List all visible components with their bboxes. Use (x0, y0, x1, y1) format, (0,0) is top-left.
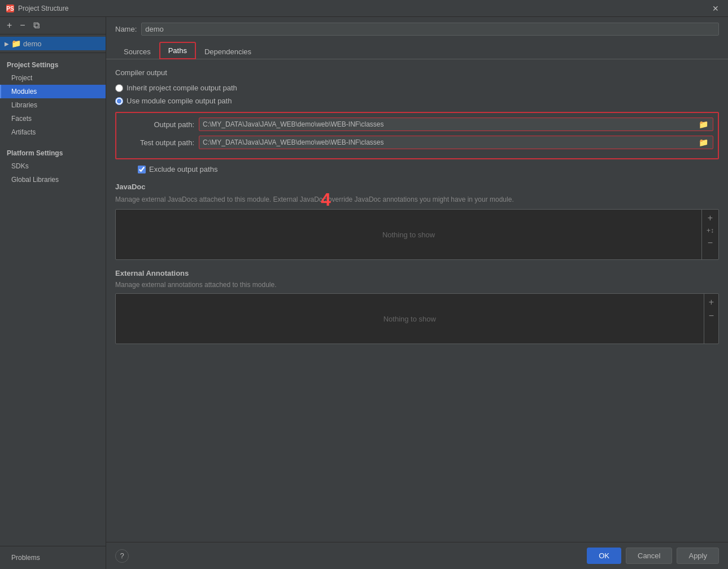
title-bar: PS Project Structure ✕ (0, 0, 728, 17)
output-path-input-wrap: 📁 (199, 118, 713, 131)
external-annotations-add-button[interactable]: + (707, 296, 716, 309)
sidebar-item-artifacts-label: Artifacts (11, 128, 36, 136)
sidebar-item-artifacts[interactable]: Artifacts (0, 125, 106, 139)
cancel-button[interactable]: Cancel (626, 548, 672, 564)
nav-section: Project Settings Project Modules Librari… (0, 53, 106, 546)
sidebar-item-modules-label: Modules (11, 88, 37, 95)
sidebar-item-sdks[interactable]: SDKs (0, 159, 106, 173)
bottom-bar-right: OK Cancel Apply (587, 548, 719, 564)
use-module-radio-label: Use module compile output path (127, 97, 232, 105)
output-path-input[interactable] (202, 119, 696, 129)
module-item-label: demo (23, 40, 42, 48)
tab-sources-label: Sources (124, 47, 151, 56)
inherit-radio[interactable] (115, 84, 123, 92)
sidebar-item-project-label: Project (11, 74, 32, 82)
compiler-output-section: Compiler output Inherit project compile … (115, 68, 719, 173)
javadoc-remove-button[interactable]: − (704, 237, 716, 249)
test-output-path-input-wrap: 📁 (199, 136, 713, 149)
exclude-checkbox-label: Exclude output paths (149, 165, 217, 173)
right-content: Name: Sources Paths Dependencies 3 Compi… (106, 17, 728, 569)
external-annotations-remove-button[interactable]: − (707, 310, 716, 322)
sidebar-item-facets-label: Facets (11, 115, 32, 123)
sidebar-item-libraries[interactable]: Libraries (0, 98, 106, 112)
apply-button[interactable]: Apply (677, 548, 719, 564)
output-path-label: Output path: (121, 120, 194, 129)
compiler-output-radio-group: Inherit project compile output path Use … (115, 84, 719, 105)
name-row: Name: (106, 17, 728, 41)
sidebar-item-global-libraries[interactable]: Global Libraries (0, 173, 106, 186)
name-input[interactable] (141, 23, 719, 36)
external-annotations-title: External Annotations (115, 269, 719, 277)
module-arrow-icon: ▶ (5, 41, 9, 47)
sidebar: + − ⧉ ▶ 📁 demo Project Settings Project … (0, 17, 106, 569)
remove-module-button[interactable]: − (18, 19, 27, 32)
path-fields-container: Output path: 📁 Test output path: 📁 (115, 112, 719, 159)
tab-paths[interactable]: Paths (159, 42, 196, 59)
javadoc-actions: + +↕ − (701, 210, 718, 259)
output-path-row: Output path: 📁 (121, 118, 713, 131)
javadoc-add-spec-button[interactable]: +↕ (704, 225, 716, 236)
bottom-bar: ? OK Cancel Apply (106, 542, 728, 569)
main-panel: 3 Compiler output Inherit project compil… (106, 59, 728, 542)
inherit-radio-row: Inherit project compile output path (115, 84, 719, 92)
use-module-radio-row: Use module compile output path (115, 97, 719, 105)
compiler-output-title: Compiler output (115, 68, 719, 77)
app-icon: PS (6, 4, 15, 13)
window-title: Project Structure (18, 5, 709, 12)
module-folder-icon: 📁 (11, 39, 21, 48)
tab-dependencies[interactable]: Dependencies (196, 44, 260, 59)
tab-paths-label: Paths (168, 46, 187, 55)
sidebar-item-problems-label: Problems (11, 554, 40, 562)
project-settings-label: Project Settings (0, 58, 106, 71)
test-output-path-label: Test output path: (121, 138, 194, 147)
bottom-bar-left: ? (115, 549, 129, 563)
ok-button[interactable]: OK (587, 548, 621, 564)
output-path-folder-button[interactable]: 📁 (696, 119, 710, 129)
external-annotations-description: Manage external annotations attached to … (115, 281, 719, 289)
sidebar-item-global-libraries-label: Global Libraries (11, 176, 59, 184)
module-tree-toolbar: + − ⧉ (0, 17, 106, 34)
tab-dependencies-label: Dependencies (204, 47, 251, 56)
copy-module-button[interactable]: ⧉ (31, 19, 42, 32)
test-output-path-row: Test output path: 📁 (121, 136, 713, 149)
external-annotations-empty-text: Nothing to show (116, 294, 704, 344)
sidebar-item-facets[interactable]: Facets (0, 112, 106, 125)
help-button[interactable]: ? (115, 549, 129, 563)
add-module-button[interactable]: + (5, 19, 14, 32)
use-module-radio[interactable] (115, 97, 123, 105)
inherit-radio-label: Inherit project compile output path (127, 84, 237, 92)
javadoc-add-button[interactable]: + (704, 212, 716, 224)
tabs-bar: Sources Paths Dependencies (106, 41, 728, 59)
sidebar-item-modules[interactable]: Modules (0, 85, 106, 98)
tab-sources[interactable]: Sources (115, 44, 159, 59)
module-tree: ▶ 📁 demo (0, 34, 106, 53)
javadoc-empty-text: Nothing to show (116, 210, 701, 259)
sidebar-item-sdks-label: SDKs (11, 162, 29, 170)
svg-text:PS: PS (6, 6, 14, 12)
test-output-path-folder-button[interactable]: 📁 (696, 137, 710, 147)
javadoc-section: JavaDoc Manage external JavaDocs attache… (115, 183, 719, 260)
sidebar-bottom: Problems (0, 546, 106, 569)
exclude-checkbox-row: Exclude output paths (138, 165, 719, 173)
javadoc-description: Manage external JavaDocs attached to thi… (115, 194, 719, 205)
test-output-path-input[interactable] (202, 137, 696, 147)
javadoc-title: JavaDoc (115, 183, 719, 191)
external-annotations-section: External Annotations Manage external ann… (115, 269, 719, 344)
module-item-demo[interactable]: ▶ 📁 demo (0, 37, 106, 50)
name-label: Name: (115, 25, 137, 33)
content-area: + − ⧉ ▶ 📁 demo Project Settings Project … (0, 17, 728, 569)
external-annotations-actions: + − (704, 294, 718, 344)
close-button[interactable]: ✕ (709, 3, 722, 14)
exclude-checkbox[interactable] (138, 166, 146, 173)
javadoc-list-panel: Nothing to show + +↕ − (115, 209, 719, 260)
sidebar-item-libraries-label: Libraries (11, 101, 37, 109)
sidebar-item-project[interactable]: Project (0, 71, 106, 85)
external-annotations-list-panel: Nothing to show + − (115, 293, 719, 344)
sidebar-item-problems[interactable]: Problems (0, 551, 106, 564)
platform-settings-label: Platform Settings (0, 146, 106, 159)
